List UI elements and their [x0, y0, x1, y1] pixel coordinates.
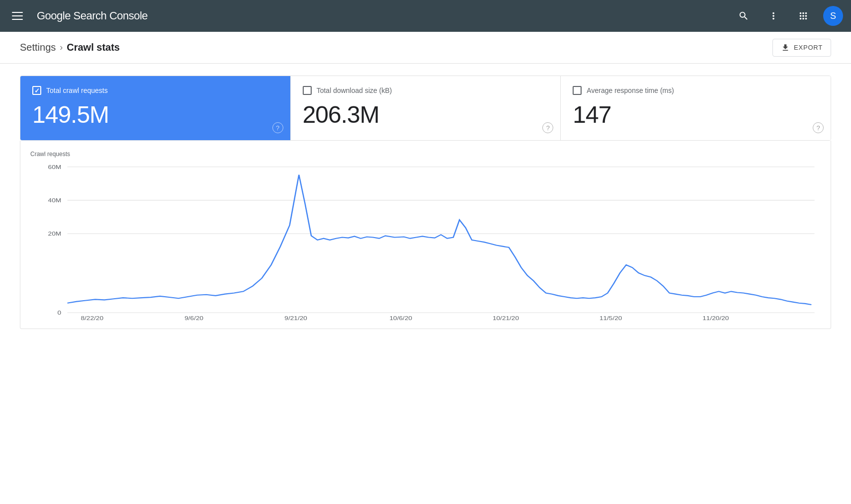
stat-value-0: 149.5M	[32, 101, 278, 128]
breadcrumb-bar: Settings › Crawl stats EXPORT	[0, 32, 851, 64]
stat-checkbox-2[interactable]	[573, 86, 582, 95]
app-title: Google Search Console	[37, 9, 148, 22]
svg-text:10/6/20: 10/6/20	[390, 315, 413, 321]
title-google: Google	[37, 9, 74, 22]
stat-label-0: Total crawl requests	[46, 86, 108, 94]
export-button[interactable]: EXPORT	[772, 39, 831, 57]
crawl-chart: 60M 40M 20M 0 8/22/20 9/6/20 9/21/20 10/…	[30, 162, 821, 321]
export-label: EXPORT	[794, 44, 823, 51]
help-icon-1[interactable]: ?	[542, 122, 553, 133]
svg-text:0: 0	[58, 309, 62, 316]
menu-button[interactable]	[8, 8, 27, 24]
chart-wrapper: 60M 40M 20M 0 8/22/20 9/6/20 9/21/20 10/…	[30, 162, 821, 321]
header-right: S	[734, 6, 843, 26]
stat-checkbox-1[interactable]	[303, 86, 312, 95]
stat-cards: ✓ Total crawl requests 149.5M ? Total do…	[20, 76, 831, 141]
stat-value-1: 206.3M	[303, 101, 549, 128]
stat-label-2: Average response time (ms)	[587, 86, 674, 94]
stat-card-response-time[interactable]: Average response time (ms) 147 ?	[561, 76, 831, 140]
stat-label-1: Total download size (kB)	[317, 86, 392, 94]
svg-text:9/21/20: 9/21/20	[284, 315, 307, 321]
svg-text:11/20/20: 11/20/20	[702, 315, 729, 321]
svg-text:60M: 60M	[48, 164, 62, 170]
stat-card-download-size[interactable]: Total download size (kB) 206.3M ?	[291, 76, 561, 140]
title-rest: Search Console	[74, 9, 148, 22]
stat-card-header-2: Average response time (ms)	[573, 86, 819, 95]
svg-text:10/21/20: 10/21/20	[493, 315, 519, 321]
app-header: Google Search Console S	[0, 0, 851, 32]
svg-text:40M: 40M	[48, 197, 62, 204]
user-avatar[interactable]: S	[823, 6, 843, 26]
checkmark-0: ✓	[34, 87, 40, 94]
stat-card-header-1: Total download size (kB)	[303, 86, 549, 95]
svg-text:20M: 20M	[48, 230, 62, 237]
stat-card-crawl-requests[interactable]: ✓ Total crawl requests 149.5M ?	[20, 76, 291, 140]
svg-text:11/5/20: 11/5/20	[599, 315, 622, 321]
stat-value-2: 147	[573, 101, 819, 128]
help-icon-2[interactable]: ?	[813, 122, 824, 133]
main-content: ✓ Total crawl requests 149.5M ? Total do…	[0, 64, 851, 341]
breadcrumb-current: Crawl stats	[67, 42, 120, 53]
stat-checkbox-0[interactable]: ✓	[32, 86, 41, 95]
svg-text:9/6/20: 9/6/20	[184, 315, 203, 321]
more-options-button[interactable]	[764, 6, 783, 26]
chart-y-label: Crawl requests	[30, 151, 821, 158]
help-icon-0[interactable]: ?	[272, 122, 283, 133]
chart-container: Crawl requests 60M 40M 20M 0 8/22/20 9/6…	[20, 141, 831, 329]
breadcrumb: Settings › Crawl stats	[20, 42, 120, 53]
stat-card-header-0: ✓ Total crawl requests	[32, 86, 278, 95]
header-left: Google Search Console	[8, 8, 148, 24]
svg-text:8/22/20: 8/22/20	[81, 315, 103, 321]
search-button[interactable]	[734, 6, 754, 26]
breadcrumb-separator: ›	[60, 42, 63, 53]
apps-button[interactable]	[793, 6, 813, 26]
breadcrumb-settings[interactable]: Settings	[20, 42, 56, 53]
